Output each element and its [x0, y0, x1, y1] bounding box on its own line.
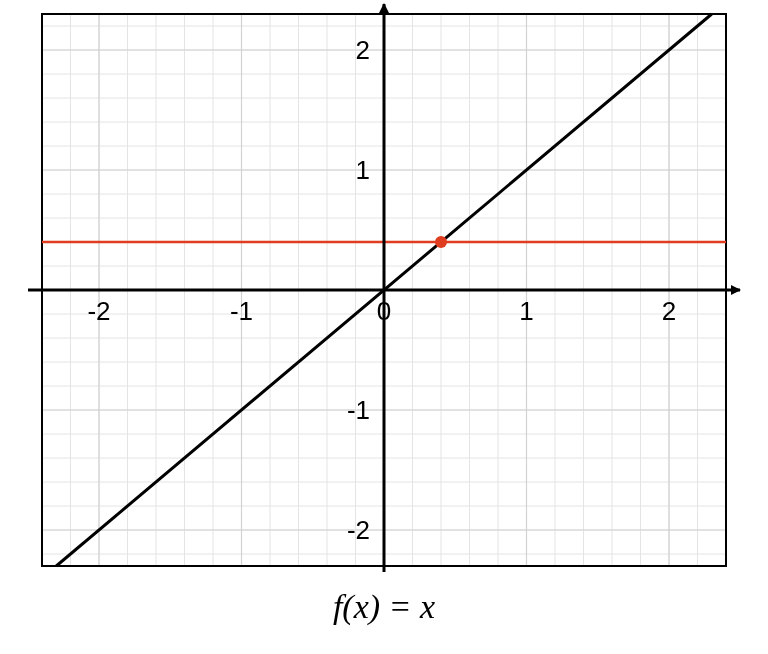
y-tick-label: 1	[356, 155, 370, 185]
y-tick-label: -2	[347, 515, 370, 545]
intersection-point	[435, 236, 447, 248]
x-tick-label: 1	[519, 296, 533, 326]
chart-caption: f(x) = x	[333, 588, 435, 626]
y-tick-label: 2	[356, 35, 370, 65]
x-tick-label: -1	[230, 296, 253, 326]
chart-svg: -2-1012-2-112	[0, 0, 768, 580]
x-tick-label: 2	[662, 296, 676, 326]
y-tick-label: -1	[347, 395, 370, 425]
chart-container: -2-1012-2-112	[0, 0, 768, 580]
x-tick-label: -2	[87, 296, 110, 326]
x-tick-label: 0	[377, 296, 391, 326]
